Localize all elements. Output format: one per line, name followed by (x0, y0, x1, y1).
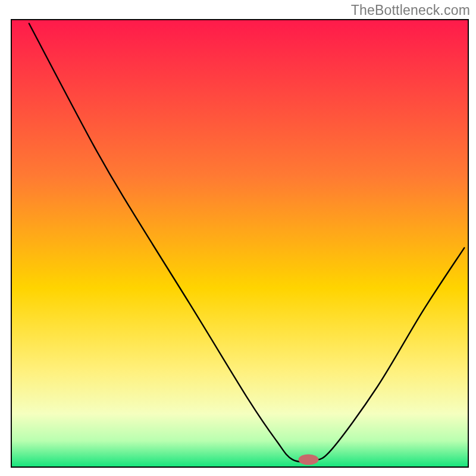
chart-area (11, 19, 469, 468)
gradient-background (11, 19, 469, 468)
sweet-spot-marker (299, 454, 319, 465)
watermark-text: TheBottleneck.com (351, 2, 470, 18)
bottleneck-chart (11, 19, 469, 468)
